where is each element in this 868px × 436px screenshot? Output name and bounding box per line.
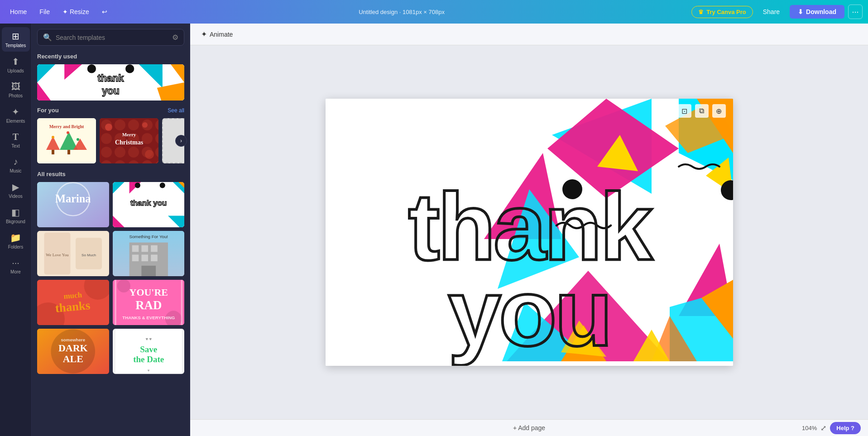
template-dark-ale[interactable]: somewhere DARK ALE	[37, 329, 109, 374]
svg-rect-52	[151, 245, 158, 252]
svg-rect-56	[141, 266, 156, 276]
template-marina[interactable]: Marina	[37, 182, 109, 227]
sidebar-item-uploads[interactable]: ⬆ Uploads	[2, 53, 30, 77]
canvas-controls: ⊡ ⧉ ⊕	[678, 104, 726, 118]
templates-panel: 🔍 ⚙ Recently used thank you	[32, 24, 190, 436]
svg-text:Christmas: Christmas	[115, 139, 144, 146]
resize-button[interactable]: ✦ Resize	[58, 6, 94, 17]
svg-rect-50	[132, 245, 139, 252]
crown-icon: ♛	[698, 9, 704, 15]
canvas-area: ✦ Animate ⊡ ⧉ ⊕	[190, 24, 868, 436]
sidebar-item-music[interactable]: ♪ Music	[2, 153, 30, 177]
download-button[interactable]: ⬇ Download	[790, 5, 844, 19]
svg-point-8	[125, 64, 134, 73]
svg-text:Marina: Marina	[55, 192, 91, 205]
photos-icon: 🖼	[11, 81, 20, 92]
folders-icon: 📁	[10, 232, 21, 243]
for-you-template-2[interactable]: Merry Christmas	[100, 118, 158, 163]
template-youre-rad[interactable]: YOU'RE RAD THANKS & EVERYTHING	[113, 280, 185, 325]
all-results-grid: Marina thank you	[37, 182, 184, 374]
resize-icon: ✦	[62, 8, 68, 15]
svg-text:you: you	[102, 85, 120, 96]
zoom-fullscreen-button[interactable]: ⤢	[820, 424, 826, 432]
sidebar-item-photos[interactable]: 🖼 Photos	[2, 78, 30, 102]
svg-text:the Date: the Date	[133, 355, 164, 364]
search-bar: 🔍 ⚙	[37, 29, 184, 46]
sidebar-item-text[interactable]: T Text	[2, 128, 30, 152]
svg-rect-16	[67, 150, 70, 154]
file-button[interactable]: File	[35, 6, 54, 17]
svg-text:thank: thank	[98, 72, 125, 84]
sidebar-item-videos[interactable]: ▶ Videos	[2, 178, 30, 202]
text-icon: T	[13, 132, 19, 142]
svg-rect-54	[141, 254, 148, 261]
svg-text:RAD: RAD	[135, 298, 162, 312]
home-button[interactable]: Home	[5, 6, 31, 17]
svg-point-40	[134, 182, 140, 188]
design-svg: thank you	[326, 99, 733, 366]
template-save-date[interactable]: ♥ ♥ Save the Date ♥	[113, 329, 185, 374]
search-input[interactable]	[56, 34, 168, 41]
svg-text:thank you: thank you	[130, 199, 167, 207]
duplicate-button[interactable]: ⧉	[695, 104, 709, 118]
sidebar-item-elements[interactable]: ✦ Elements	[2, 103, 30, 127]
for-you-title: For you	[37, 107, 59, 114]
try-canva-pro-button[interactable]: ♛ Try Canva Pro	[691, 6, 753, 18]
elements-icon: ✦	[12, 106, 19, 117]
filter-icon[interactable]: ⚙	[172, 33, 178, 42]
for-you-carousel: Merry and Bright Merry C	[37, 118, 184, 163]
undo-button[interactable]: ↩	[97, 6, 112, 17]
svg-text:♥ ♥: ♥ ♥	[145, 337, 152, 341]
help-button[interactable]: Help ?	[830, 422, 861, 434]
svg-point-17	[52, 136, 54, 139]
recent-template-1[interactable]: thank you	[37, 64, 184, 101]
svg-rect-53	[132, 254, 139, 261]
svg-text:Merry: Merry	[122, 132, 136, 137]
animate-button[interactable]: ✦ Animate	[197, 28, 236, 40]
see-all-button[interactable]: See all	[168, 107, 184, 114]
animate-icon: ✦	[201, 30, 207, 38]
svg-point-7	[87, 64, 96, 73]
svg-rect-51	[141, 245, 148, 252]
download-icon: ⬇	[798, 8, 803, 15]
for-you-header: For you See all	[37, 107, 184, 114]
background-icon: ◧	[11, 207, 20, 218]
add-page-top-button[interactable]: ⊕	[712, 104, 726, 118]
svg-text:Merry and Bright: Merry and Bright	[49, 124, 84, 129]
sidebar-item-background[interactable]: ◧ Bkground	[2, 203, 30, 228]
videos-icon: ▶	[12, 182, 19, 192]
present-button[interactable]: ⊡	[678, 104, 691, 118]
svg-point-28	[145, 150, 154, 159]
templates-icon: ⊞	[12, 31, 19, 42]
template-much-thanks[interactable]: much thanks	[37, 280, 109, 325]
canvas-wrapper: ⊡ ⧉ ⊕	[190, 45, 868, 419]
svg-text:you: you	[448, 259, 610, 366]
add-page-button[interactable]: + Add page	[513, 424, 545, 431]
sidebar-item-more[interactable]: ··· More	[2, 254, 30, 278]
for-you-template-1[interactable]: Merry and Bright	[37, 118, 96, 163]
design-canvas[interactable]: ⊡ ⧉ ⊕	[326, 99, 733, 366]
zoom-level: 104%	[802, 425, 817, 431]
svg-text:somewhere: somewhere	[61, 337, 85, 342]
svg-text:ALE: ALE	[63, 353, 83, 364]
share-button[interactable]: Share	[757, 6, 786, 18]
icon-sidebar: ⊞ Templates ⬆ Uploads 🖼 Photos ✦ Element…	[0, 24, 32, 436]
template-building[interactable]: Something For You!	[113, 231, 185, 276]
carousel-next-button[interactable]: ›	[175, 135, 187, 147]
svg-rect-55	[151, 254, 158, 261]
canvas-toolbar: ✦ Animate	[190, 24, 868, 45]
svg-text:So Much: So Much	[82, 253, 96, 257]
svg-text:DARK: DARK	[58, 342, 88, 354]
template-we-love[interactable]: We Love You So Much	[37, 231, 109, 276]
uploads-icon: ⬆	[12, 56, 19, 67]
sidebar-item-folders[interactable]: 📁 Folders	[2, 229, 30, 253]
svg-text:♥: ♥	[147, 369, 149, 373]
canvas-footer: + Add page 104% ⤢ Help ?	[190, 419, 868, 436]
svg-text:We Love You: We Love You	[46, 253, 69, 257]
svg-point-64	[117, 280, 130, 292]
template-thank-you-grid[interactable]: thank you	[113, 182, 185, 227]
more-options-button[interactable]: ···	[848, 5, 863, 19]
search-icon: 🔍	[43, 33, 52, 42]
sidebar-item-templates[interactable]: ⊞ Templates	[2, 27, 30, 52]
svg-point-29	[142, 122, 148, 128]
